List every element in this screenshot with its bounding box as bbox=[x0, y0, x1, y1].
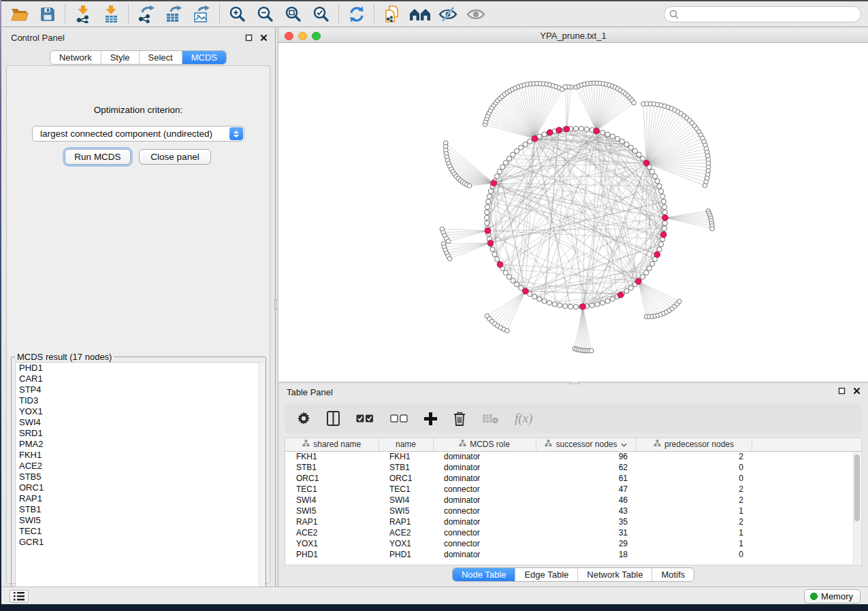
tab-style[interactable]: Style bbox=[101, 51, 139, 64]
mcds-result-item[interactable]: STB5 bbox=[16, 472, 261, 482]
network-node[interactable] bbox=[485, 210, 489, 214]
network-hub-node[interactable] bbox=[654, 252, 660, 258]
network-node[interactable] bbox=[658, 242, 663, 246]
mcds-result-item[interactable]: CAR1 bbox=[16, 374, 261, 384]
zoom-out-icon[interactable] bbox=[251, 3, 279, 25]
cell-MCDS-role[interactable]: dominator bbox=[433, 473, 536, 484]
mcds-result-item[interactable]: SRD1 bbox=[16, 428, 261, 439]
network-node[interactable] bbox=[661, 199, 666, 204]
network-node[interactable] bbox=[497, 169, 502, 174]
table-row[interactable]: TEC1TEC1connector472 bbox=[285, 484, 862, 495]
network-hub-node[interactable] bbox=[635, 278, 641, 284]
network-node[interactable] bbox=[605, 132, 610, 137]
show-details-icon[interactable] bbox=[462, 3, 489, 25]
table-row[interactable]: STB1STB1dominator620 bbox=[285, 462, 862, 473]
mcds-result-item[interactable]: GCR1 bbox=[16, 537, 261, 548]
deselect-all-rows-icon[interactable] bbox=[390, 408, 408, 429]
mcds-result-item[interactable]: STP4 bbox=[16, 384, 261, 395]
task-history-button[interactable] bbox=[10, 590, 29, 603]
network-node[interactable] bbox=[494, 174, 499, 179]
cell-shared-name[interactable]: YOX1 bbox=[285, 538, 379, 549]
network-node[interactable] bbox=[511, 278, 515, 283]
mcds-result-item[interactable]: YOX1 bbox=[16, 406, 261, 417]
network-node[interactable] bbox=[605, 299, 610, 303]
network-node[interactable] bbox=[637, 152, 641, 157]
delete-column-icon[interactable] bbox=[453, 408, 466, 429]
cell-successor-nodes[interactable]: 18 bbox=[536, 549, 636, 560]
network-node[interactable] bbox=[600, 300, 605, 305]
table-tab-node-table[interactable]: Node Table bbox=[453, 568, 515, 581]
table-tab-motifs[interactable]: Motifs bbox=[652, 568, 694, 581]
table-row[interactable]: SWI4SWI4dominator462 bbox=[285, 495, 862, 506]
table-row[interactable]: ACE2ACE2connector311 bbox=[285, 527, 862, 538]
cell-shared-name[interactable]: FKH1 bbox=[285, 451, 379, 462]
network-hub-node[interactable] bbox=[662, 215, 669, 221]
cell-shared-name[interactable]: SWI4 bbox=[285, 495, 379, 506]
cell-successor-nodes[interactable]: 29 bbox=[536, 538, 636, 549]
network-hub-node[interactable] bbox=[497, 262, 503, 268]
table-row[interactable]: PHD1PHD1dominator180 bbox=[285, 549, 862, 560]
network-node[interactable] bbox=[447, 257, 452, 261]
network-node[interactable] bbox=[647, 266, 652, 271]
network-node[interactable] bbox=[558, 303, 562, 308]
network-node[interactable] bbox=[620, 139, 624, 144]
network-node[interactable] bbox=[523, 142, 528, 147]
cell-MCDS-role[interactable]: connector bbox=[433, 527, 536, 538]
network-node[interactable] bbox=[662, 226, 666, 231]
network-node[interactable] bbox=[610, 297, 615, 301]
network-node[interactable] bbox=[542, 132, 547, 137]
network-hub-node[interactable] bbox=[556, 127, 562, 133]
export-image-icon[interactable] bbox=[188, 3, 216, 25]
cell-MCDS-role[interactable]: connector bbox=[433, 506, 536, 516]
network-node[interactable] bbox=[504, 329, 509, 333]
network-node[interactable] bbox=[640, 274, 645, 279]
network-node[interactable] bbox=[658, 188, 663, 193]
network-hub-node[interactable] bbox=[523, 288, 529, 295]
network-node[interactable] bbox=[624, 288, 629, 293]
network-hub-node[interactable] bbox=[564, 126, 570, 132]
cell-name[interactable]: ACE2 bbox=[379, 527, 433, 538]
network-node[interactable] bbox=[657, 184, 662, 188]
network-node[interactable] bbox=[573, 126, 578, 131]
mcds-result-item[interactable]: TID3 bbox=[16, 395, 261, 406]
cell-name[interactable]: RAP1 bbox=[379, 516, 433, 527]
first-neighbors-icon[interactable] bbox=[406, 3, 434, 25]
network-node[interactable] bbox=[484, 215, 489, 220]
cell-shared-name[interactable]: ACE2 bbox=[285, 527, 379, 538]
mcds-result-item[interactable]: PMA2 bbox=[16, 439, 261, 450]
network-hub-node[interactable] bbox=[532, 136, 538, 142]
mcds-result-scrollbar[interactable] bbox=[259, 363, 265, 599]
network-hub-node[interactable] bbox=[594, 128, 600, 134]
network-node[interactable] bbox=[485, 205, 489, 210]
select-all-rows-icon[interactable] bbox=[356, 408, 374, 429]
search-input[interactable] bbox=[681, 8, 861, 20]
memory-button[interactable]: Memory bbox=[804, 589, 861, 604]
close-panel-button[interactable]: Close panel bbox=[139, 149, 211, 165]
network-hub-node[interactable] bbox=[485, 228, 491, 234]
network-node[interactable] bbox=[657, 247, 662, 252]
network-node[interactable] bbox=[488, 188, 493, 193]
network-node[interactable] bbox=[640, 156, 645, 161]
table-row[interactable]: SWI5SWI5connector431 bbox=[285, 506, 862, 516]
network-node[interactable] bbox=[503, 161, 508, 165]
cell-successor-nodes[interactable]: 43 bbox=[536, 506, 636, 516]
network-node[interactable] bbox=[710, 227, 715, 231]
tab-network[interactable]: Network bbox=[50, 51, 101, 64]
network-node[interactable] bbox=[547, 300, 551, 305]
network-node[interactable] bbox=[650, 261, 655, 266]
table-scrollbar[interactable] bbox=[853, 452, 861, 564]
network-node[interactable] bbox=[542, 299, 547, 303]
network-node[interactable] bbox=[515, 282, 519, 286]
network-node[interactable] bbox=[595, 302, 600, 307]
network-node[interactable] bbox=[655, 179, 660, 184]
network-node[interactable] bbox=[537, 297, 542, 301]
table-row[interactable]: RAP1RAP1dominator352 bbox=[285, 516, 862, 527]
network-hub-node[interactable] bbox=[580, 303, 586, 310]
cell-predecessor-nodes[interactable]: 1 bbox=[636, 506, 752, 516]
network-node[interactable] bbox=[500, 165, 505, 169]
network-node[interactable] bbox=[677, 299, 682, 304]
network-node[interactable] bbox=[507, 274, 511, 279]
network-node[interactable] bbox=[552, 302, 557, 307]
clone-network-icon[interactable] bbox=[378, 3, 406, 25]
import-table-icon[interactable] bbox=[97, 3, 125, 25]
